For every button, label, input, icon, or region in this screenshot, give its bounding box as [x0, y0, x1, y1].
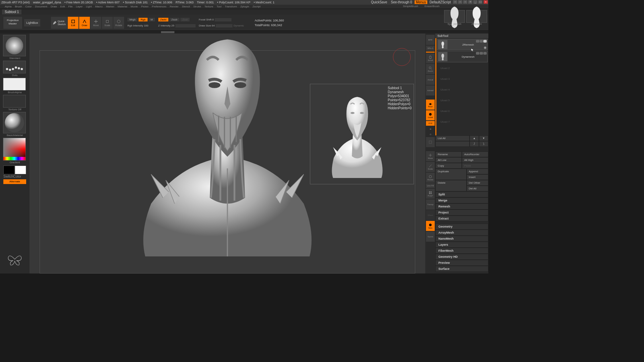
seethrough-slider[interactable]: See-through 0: [389, 0, 413, 4]
menu-item[interactable]: Brush: [15, 5, 22, 9]
copy-button[interactable]: Copy: [435, 163, 462, 169]
layers-section[interactable]: Layers: [435, 242, 488, 248]
bpr-button[interactable]: BPR: [426, 35, 435, 45]
quicksketch-button[interactable]: QuickSketch: [51, 17, 67, 29]
projection-master-button[interactable]: ProjectionMaster: [3, 17, 22, 29]
eye-icon[interactable]: ◉: [484, 46, 487, 49]
sys-btn[interactable]: ▫: [453, 0, 457, 4]
alpha-thumb[interactable]: [3, 78, 26, 90]
menu-item[interactable]: Zscript: [253, 5, 261, 9]
xyz-button[interactable]: XYZ: [426, 121, 435, 126]
floor-button[interactable]: Floor: [426, 100, 435, 110]
menus-button[interactable]: Menus: [415, 0, 427, 4]
preview-section[interactable]: Preview: [435, 260, 488, 266]
tool-thumb[interactable]: [444, 10, 465, 23]
ghost-button[interactable]: Ghost: [426, 210, 435, 220]
extract-section[interactable]: Extract: [435, 216, 488, 222]
nanomesh-section[interactable]: NanoMesh: [435, 236, 488, 242]
menu-item[interactable]: Texture: [204, 5, 213, 9]
subtool-item[interactable]: ZRemesh ◉: [437, 39, 488, 50]
sys-btn[interactable]: ▫: [458, 0, 462, 4]
polyf-button[interactable]: PolyF: [426, 189, 435, 199]
subtool-item[interactable]: Dynamesh: [437, 51, 488, 62]
rgb-intensity-slider[interactable]: Rgb Intensity 100: [127, 24, 148, 27]
shelf-scrollbar[interactable]: [0, 31, 488, 34]
split-section[interactable]: Split: [435, 191, 488, 197]
alllow-button[interactable]: All Low: [435, 157, 462, 163]
actual-button[interactable]: Actual: [426, 75, 435, 85]
menu-item[interactable]: Draw: [51, 5, 57, 9]
xpose-button[interactable]: Xpose: [426, 232, 435, 242]
menu-item[interactable]: File: [68, 5, 72, 9]
delother-button[interactable]: Del Other: [467, 180, 488, 186]
scale-button[interactable]: Scale: [426, 162, 435, 172]
project-section[interactable]: Project: [435, 209, 488, 216]
rename-button[interactable]: Rename: [435, 152, 462, 157]
menu-item[interactable]: Edit: [60, 5, 65, 9]
arraymesh-section[interactable]: ArrayMesh: [435, 230, 488, 236]
insert-button[interactable]: Insert: [467, 174, 488, 180]
stroke-thumb[interactable]: [3, 61, 26, 73]
move-button[interactable]: Move: [426, 151, 435, 161]
linefill-button[interactable]: Line Fill: [426, 183, 435, 188]
menu-item[interactable]: Preferences: [152, 5, 166, 9]
zsub-toggle[interactable]: Zsub: [169, 18, 179, 21]
zoom-button[interactable]: Zoom: [426, 64, 435, 74]
quicksave-button[interactable]: QuickSave: [370, 0, 388, 4]
rgb-toggle[interactable]: Rgb: [139, 18, 148, 21]
rotate-button[interactable]: Rotate: [426, 173, 435, 183]
listall-button[interactable]: List All: [435, 135, 470, 141]
minimize-button[interactable]: _: [473, 0, 477, 4]
merge-section[interactable]: Merge: [435, 197, 488, 203]
sys-btn[interactable]: ▫: [463, 0, 467, 4]
alternate-button[interactable]: Alternate: [3, 179, 26, 184]
zcut-toggle[interactable]: Zcut: [180, 18, 190, 21]
draw-mode-button[interactable]: Draw: [79, 17, 90, 29]
menu-item[interactable]: Macro: [95, 5, 103, 9]
zadd-toggle[interactable]: Zadd: [158, 18, 168, 21]
down-arrow-button[interactable]: ⤵: [479, 141, 488, 147]
duplicate-button[interactable]: Duplicate: [435, 169, 467, 180]
menu-item[interactable]: Marker: [106, 5, 114, 9]
geometry-section[interactable]: Geometry: [435, 224, 488, 230]
moveup-button[interactable]: ▲: [470, 135, 479, 141]
focal-shift-slider[interactable]: Focal Shift 0: [199, 18, 214, 21]
up-arrow-button[interactable]: ⤴: [470, 141, 479, 147]
tool-thumb[interactable]: [466, 10, 487, 23]
movedown-button[interactable]: ▼: [479, 135, 488, 141]
transp-button[interactable]: Transp: [426, 199, 435, 209]
delall-button[interactable]: Del All: [467, 186, 488, 191]
menu-item[interactable]: Tool: [217, 5, 222, 9]
menu-item[interactable]: Stroke: [193, 5, 201, 9]
aahalf-button[interactable]: AAHalf: [426, 85, 435, 96]
menu-item[interactable]: Picker: [141, 5, 149, 9]
lightbox-button[interactable]: LightBox: [24, 19, 40, 26]
frame-button[interactable]: [426, 137, 435, 147]
menu-item[interactable]: Document: [35, 5, 47, 9]
move-mode-button[interactable]: Move: [91, 17, 101, 29]
allhigh-button[interactable]: All High: [462, 157, 488, 163]
geometryhd-section[interactable]: Geometry HD: [435, 254, 488, 260]
edit-mode-button[interactable]: Edit: [68, 17, 78, 29]
viewport[interactable]: Subtool 1 Dynamesh Polys=534001 Points=5…: [30, 34, 425, 274]
menu-item[interactable]: Stencil: [182, 5, 190, 9]
menu-item[interactable]: Transform: [225, 5, 237, 9]
menu-item[interactable]: Alpha: [5, 5, 11, 9]
scroll-button[interactable]: Scroll: [426, 53, 435, 63]
script-label[interactable]: DefaultZScript: [428, 0, 452, 4]
switchcolor-button[interactable]: SwitchColor: [3, 174, 26, 179]
texture-thumb[interactable]: [3, 95, 26, 108]
close-button[interactable]: ×: [484, 0, 488, 4]
autoreorder-button[interactable]: AutoReorder: [462, 152, 488, 157]
brush-thumb[interactable]: [3, 35, 26, 56]
m-toggle[interactable]: M: [149, 18, 155, 21]
paste-button[interactable]: Paste: [462, 163, 488, 169]
menu-item[interactable]: Material: [118, 5, 127, 9]
draw-size-slider[interactable]: Draw Size 64: [199, 24, 215, 27]
material-thumb[interactable]: [3, 112, 26, 133]
menu-item[interactable]: Zplugin: [240, 5, 249, 9]
append-button[interactable]: Append: [467, 169, 488, 174]
sys-btn[interactable]: ?: [468, 0, 472, 4]
menu-item[interactable]: Layer: [76, 5, 83, 9]
surface-section[interactable]: Surface: [435, 266, 488, 272]
